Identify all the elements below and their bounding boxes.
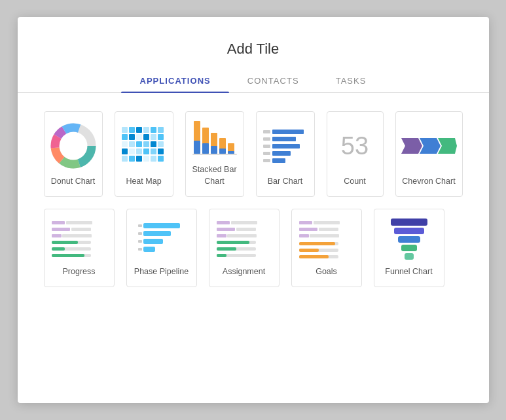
count-label: Count [341, 176, 368, 188]
svg-rect-20 [122, 141, 128, 147]
count-value: 53 [341, 133, 369, 158]
svg-rect-91 [217, 247, 236, 251]
svg-rect-57 [263, 152, 270, 155]
svg-rect-17 [143, 134, 149, 140]
svg-rect-37 [158, 156, 164, 162]
svg-rect-9 [129, 127, 135, 133]
svg-rect-62 [52, 221, 65, 224]
stacked-bar-chart-icon [191, 120, 238, 160]
tiles-grid: Donut Chart [18, 93, 489, 287]
svg-rect-54 [263, 130, 270, 133]
funnel-chart-label: Funnel Chart [382, 266, 435, 278]
svg-rect-64 [52, 228, 70, 231]
svg-rect-94 [299, 221, 312, 224]
bar-chart-label: Bar Chart [265, 176, 306, 188]
svg-rect-48 [192, 154, 237, 155]
svg-rect-21 [129, 141, 135, 147]
svg-rect-30 [151, 149, 156, 154]
svg-rect-10 [136, 127, 142, 133]
svg-marker-59 [401, 138, 422, 154]
svg-rect-22 [136, 141, 142, 147]
phase-pipeline-icon [138, 219, 185, 260]
svg-rect-107 [394, 228, 424, 234]
tile-count[interactable]: 53 Count [327, 111, 384, 197]
assignment-icon [215, 220, 273, 259]
svg-rect-86 [217, 234, 226, 237]
svg-rect-89 [217, 241, 249, 244]
svg-rect-81 [138, 248, 142, 251]
chevron-chart-icon [401, 138, 457, 154]
progress-icon [50, 220, 108, 259]
svg-rect-82 [217, 221, 230, 224]
svg-rect-83 [231, 221, 257, 224]
svg-rect-80 [138, 240, 142, 243]
bar-chart-icon [262, 126, 309, 166]
tiles-row-1: Donut Chart [44, 111, 463, 197]
tile-funnel-chart[interactable]: Funnel Chart [374, 209, 444, 287]
svg-rect-29 [143, 149, 149, 154]
svg-rect-76 [143, 239, 163, 244]
svg-rect-11 [143, 127, 149, 133]
tab-applications[interactable]: APPLICATIONS [121, 69, 228, 92]
phase-pipeline-label: Phase Pipeline [132, 266, 191, 278]
tile-bar-chart[interactable]: Bar Chart [256, 111, 315, 197]
svg-rect-56 [263, 145, 270, 148]
svg-marker-61 [438, 138, 457, 154]
svg-rect-33 [129, 156, 135, 162]
svg-rect-103 [299, 249, 319, 252]
svg-rect-96 [299, 228, 317, 231]
svg-rect-99 [310, 234, 339, 237]
tile-phase-pipeline[interactable]: Phase Pipeline [126, 209, 197, 287]
svg-rect-75 [143, 231, 171, 236]
svg-rect-26 [122, 149, 128, 154]
svg-rect-28 [136, 149, 142, 154]
svg-rect-14 [122, 134, 128, 140]
svg-rect-84 [217, 228, 235, 231]
tab-tasks[interactable]: TASKS [317, 69, 385, 92]
donut-chart-label: Donut Chart [48, 176, 98, 188]
tile-stacked-bar-chart[interactable]: Stacked Bar Chart [185, 111, 244, 197]
svg-rect-77 [143, 247, 155, 252]
modal-title: Add Tile [18, 17, 489, 69]
tile-donut-chart[interactable]: Donut Chart [44, 111, 103, 197]
svg-rect-45 [219, 149, 226, 154]
add-tile-modal: Add Tile APPLICATIONS CONTACTS TASKS [18, 17, 489, 403]
svg-rect-71 [52, 247, 65, 251]
funnel-chart-icon [389, 217, 429, 262]
tab-contacts[interactable]: CONTACTS [229, 69, 317, 92]
tile-heat-map[interactable]: Heat Map [115, 111, 173, 197]
goals-icon [298, 220, 355, 259]
heat-map-icon [120, 126, 168, 166]
svg-rect-19 [158, 134, 164, 140]
tile-chevron-chart[interactable]: Chevron Chart [395, 111, 463, 197]
svg-rect-78 [138, 224, 142, 227]
heat-map-label: Heat Map [123, 176, 164, 188]
svg-rect-85 [236, 228, 256, 231]
svg-rect-39 [194, 141, 200, 154]
svg-rect-109 [401, 245, 417, 251]
svg-rect-98 [299, 234, 309, 237]
stacked-bar-chart-label: Stacked Bar Chart [186, 164, 244, 187]
svg-rect-49 [272, 130, 304, 134]
svg-rect-50 [272, 137, 296, 141]
tile-assignment[interactable]: Assignment [209, 209, 280, 287]
svg-rect-34 [136, 156, 142, 162]
svg-point-7 [62, 134, 85, 158]
svg-rect-23 [143, 141, 149, 147]
tiles-row-2: Progress [44, 209, 463, 287]
svg-rect-47 [228, 151, 234, 154]
svg-rect-95 [314, 221, 340, 224]
svg-rect-16 [136, 134, 142, 140]
chevron-chart-label: Chevron Chart [399, 176, 458, 188]
svg-rect-65 [71, 228, 91, 231]
tile-goals[interactable]: Goals [291, 209, 362, 287]
svg-rect-55 [263, 137, 270, 141]
svg-rect-15 [129, 134, 135, 140]
tile-progress[interactable]: Progress [44, 209, 115, 287]
donut-chart-icon [50, 122, 97, 169]
svg-rect-105 [299, 255, 329, 258]
svg-rect-51 [272, 144, 300, 149]
svg-rect-106 [391, 219, 427, 226]
svg-rect-18 [151, 134, 156, 140]
svg-rect-43 [211, 146, 217, 154]
